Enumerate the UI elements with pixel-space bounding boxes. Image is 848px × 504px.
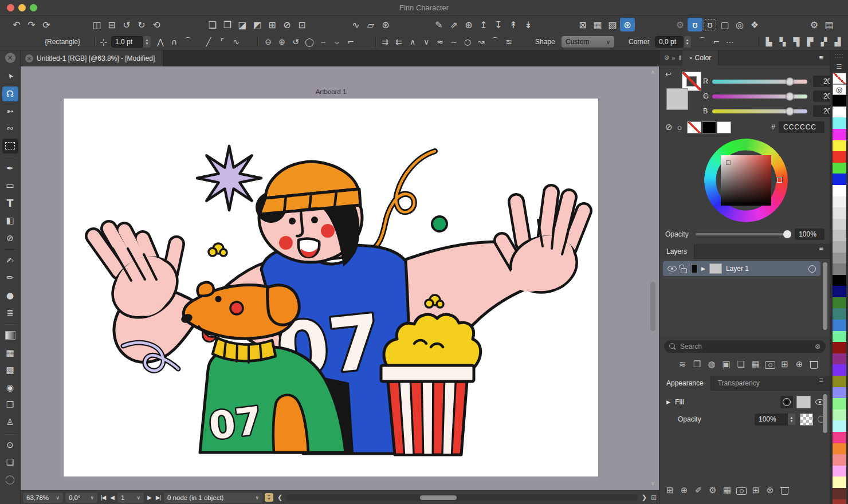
appearance-opacity-stepper[interactable]: ▲▼: [788, 414, 795, 425]
edit-points[interactable]: ✎: [431, 18, 446, 32]
swatch[interactable]: [833, 230, 846, 241]
snapshot[interactable]: [763, 357, 777, 371]
segment-scurve[interactable]: ∿: [229, 35, 243, 49]
add-sublayer[interactable]: ⊕: [677, 483, 691, 497]
close-panel-icon[interactable]: ✕: [5, 53, 15, 63]
nodes-separate[interactable]: ⇇: [392, 35, 406, 49]
flip-vertical[interactable]: ⊟: [104, 18, 119, 32]
delete-layer[interactable]: [778, 483, 791, 497]
fill-tool[interactable]: ◧: [2, 213, 18, 228]
text-tool[interactable]: T: [2, 196, 18, 211]
nodes-join[interactable]: ⇉: [378, 35, 392, 49]
new-layer[interactable]: ⊞: [663, 483, 677, 497]
intersect[interactable]: ◪: [235, 18, 250, 32]
prev-page-button[interactable]: ◀: [109, 494, 115, 501]
color-view[interactable]: ⊛: [620, 18, 635, 32]
undo[interactable]: ↶: [9, 18, 24, 32]
swatch[interactable]: [833, 253, 846, 264]
fill-swatch[interactable]: [666, 88, 688, 110]
dropper-tool[interactable]: ⊙: [2, 438, 18, 452]
show-handles[interactable]: ≋: [502, 35, 516, 49]
union[interactable]: ❑: [205, 18, 220, 32]
swatch[interactable]: [833, 353, 846, 365]
pattern-tool[interactable]: ▩: [2, 363, 18, 377]
spiro[interactable]: ⊛: [378, 18, 393, 32]
swatch[interactable]: [833, 342, 846, 353]
tab-appearance[interactable]: Appearance: [659, 376, 711, 391]
handles-auto[interactable]: ∼: [447, 35, 461, 49]
marquee-tool[interactable]: [2, 139, 18, 153]
scroll-right-icon[interactable]: ❯: [640, 494, 649, 501]
outline-view[interactable]: ⊠: [575, 18, 590, 32]
swatch[interactable]: [833, 117, 846, 129]
bring-forward[interactable]: ↟: [506, 18, 521, 32]
new-group[interactable]: ⊞: [778, 357, 792, 371]
g-slider[interactable]: [712, 94, 807, 99]
hue-marker[interactable]: [777, 178, 782, 183]
swatch[interactable]: [833, 107, 846, 118]
shape-select[interactable]: Custom∨: [562, 36, 614, 48]
align-left[interactable]: ▙: [762, 35, 776, 49]
divide[interactable]: ⊞: [265, 18, 280, 32]
swatch[interactable]: [833, 488, 846, 499]
layer-snapshot[interactable]: [735, 483, 748, 497]
tab-transparency[interactable]: Transparency: [711, 376, 767, 391]
flatten[interactable]: ▱: [363, 18, 378, 32]
layer-visibility-icon[interactable]: [668, 266, 677, 271]
more-options[interactable]: ⋯: [723, 35, 737, 49]
layer-lock-icon[interactable]: [681, 268, 687, 273]
collapse-panel-icon[interactable]: »: [672, 54, 675, 61]
swatch[interactable]: [833, 163, 846, 174]
first-page-button[interactable]: |◀: [100, 494, 107, 501]
swatch[interactable]: [833, 331, 846, 342]
b-slider-handle[interactable]: [786, 107, 794, 116]
eyedropper-icon[interactable]: ⊘: [665, 122, 673, 132]
outline-op[interactable]: ⊡: [295, 18, 309, 32]
swap-fill-stroke-icon[interactable]: ↩: [665, 70, 672, 78]
swatch[interactable]: [833, 410, 846, 421]
last-page-button[interactable]: ▶|: [155, 494, 162, 501]
swatch[interactable]: [833, 420, 846, 432]
calligraphy-tool[interactable]: ✍: [2, 253, 18, 268]
navigator-icon[interactable]: ⊞: [651, 494, 657, 502]
zoom-tool[interactable]: ◯: [2, 472, 18, 487]
opacity-handle[interactable]: [783, 230, 791, 238]
none-swatch[interactable]: [687, 121, 701, 133]
next-page-button[interactable]: ▶: [146, 494, 152, 501]
node-tool[interactable]: ☊: [2, 86, 18, 101]
black-swatch[interactable]: [702, 121, 716, 133]
add-item[interactable]: ⊕: [792, 357, 806, 371]
no-color-icon[interactable]: ○: [677, 123, 682, 132]
swatch-none[interactable]: [833, 73, 846, 84]
cancel[interactable]: ⊗: [763, 483, 777, 497]
fill-expand-icon[interactable]: ▶: [666, 399, 670, 405]
rotation-select[interactable]: 0,0°∨: [65, 493, 97, 503]
vertical-scroll-thumb[interactable]: [650, 282, 655, 331]
swatch[interactable]: [833, 185, 846, 196]
g-slider-handle[interactable]: [786, 92, 794, 101]
rotate-cw[interactable]: ↻: [134, 18, 149, 32]
corner-radius-input[interactable]: 0,0 pt: [655, 36, 684, 48]
swatch[interactable]: [833, 398, 846, 410]
layer-target-icon[interactable]: [808, 265, 816, 273]
horizontal-scrollbar[interactable]: [286, 494, 638, 501]
draw-mode[interactable]: ✐: [692, 483, 705, 497]
swatch[interactable]: [833, 432, 846, 443]
handles-smooth[interactable]: ∨: [419, 35, 433, 49]
close-path[interactable]: ↺: [289, 35, 303, 49]
layer-thumbnail[interactable]: [709, 263, 722, 274]
snap-indicator-icon[interactable]: ↧: [265, 493, 273, 502]
layer-color-swatch[interactable]: [691, 264, 697, 273]
zoom-select[interactable]: 63,78%∨: [23, 493, 63, 503]
tab-color[interactable]: ⋄Color: [682, 50, 719, 65]
close-tab-icon[interactable]: ✕: [25, 54, 33, 62]
mesh-gradient-tool[interactable]: ▦: [2, 345, 18, 360]
shapes-tool[interactable]: ❐: [2, 397, 18, 412]
layer-name[interactable]: Layer 1: [726, 265, 749, 273]
search-field[interactable]: Search ⊗: [664, 340, 826, 353]
export-selection[interactable]: ⇗: [446, 18, 461, 32]
appearance-menu-icon[interactable]: ≡: [819, 376, 824, 390]
open-path[interactable]: ◯: [303, 35, 316, 49]
tweak-tool[interactable]: ∾: [2, 121, 18, 136]
swatch[interactable]: [833, 129, 846, 140]
